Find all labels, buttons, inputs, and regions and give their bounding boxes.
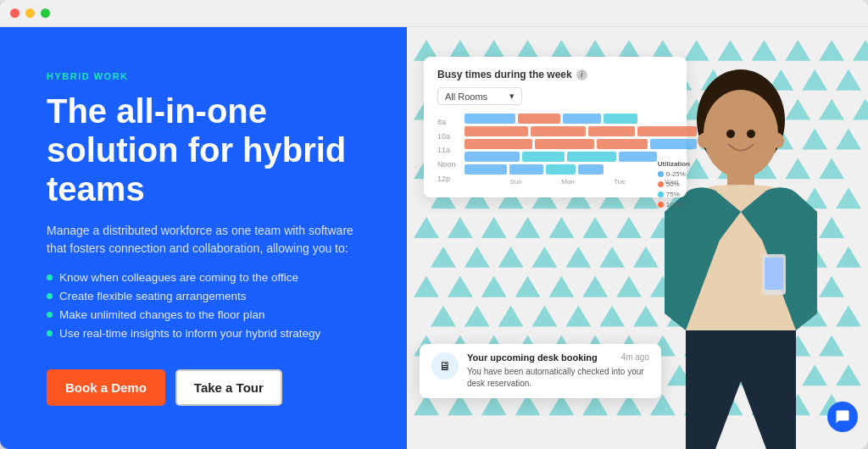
browser-bar — [0, 0, 868, 27]
take-tour-button[interactable]: Take a Tour — [175, 369, 282, 406]
desk-icon: 🖥 — [439, 359, 451, 373]
chart-labels: 8a 10a 11a Noon 12p — [437, 114, 461, 186]
right-panel: Busy times during the week i All Rooms ▾… — [407, 27, 868, 449]
notification-header: Your upcoming desk booking 4m ago — [467, 352, 649, 363]
book-demo-button[interactable]: Book a Demo — [47, 369, 165, 406]
list-item: Create flexible seating arrangements — [47, 290, 373, 302]
page-content: HYBRID WORK The all-in-one solution for … — [0, 27, 868, 449]
svg-point-179 — [698, 133, 709, 148]
expand-dot[interactable] — [41, 8, 50, 18]
minimize-dot[interactable] — [25, 8, 35, 18]
svg-point-173 — [704, 90, 778, 178]
notification-card: 🖥 Your upcoming desk booking 4m ago You … — [420, 344, 661, 398]
bullet-icon — [47, 274, 53, 280]
info-icon: i — [576, 69, 587, 80]
svg-point-178 — [747, 130, 755, 138]
cta-buttons: Book a Demo Take a Tour — [47, 369, 373, 406]
chevron-down-icon: ▾ — [509, 91, 515, 102]
svg-point-177 — [726, 130, 735, 138]
svg-rect-176 — [765, 258, 783, 290]
bullet-icon — [47, 312, 53, 318]
close-dot[interactable] — [10, 8, 19, 18]
notification-time: 4m ago — [621, 352, 649, 362]
list-item: Use real-time insights to inform your hy… — [47, 327, 373, 340]
chart-legend: Utilization 0-25% 50% 75% — [658, 160, 690, 211]
list-item: Know when colleagues are coming to the o… — [47, 271, 373, 284]
browser-window: HYBRID WORK The all-in-one solution for … — [0, 0, 868, 449]
notification-message: You have been automatically checked into… — [467, 366, 649, 390]
analytics-card: Busy times during the week i All Rooms ▾… — [424, 57, 687, 197]
svg-point-180 — [772, 133, 784, 148]
notification-title: Your upcoming desk booking — [467, 352, 598, 363]
chat-icon — [835, 409, 850, 424]
notification-icon: 🖥 — [431, 352, 459, 380]
chart-area: 8a 10a 11a Noon 12p — [437, 114, 673, 186]
list-item: Make unlimited changes to the floor plan — [47, 308, 373, 321]
main-heading: The all-in-one solution for hybrid teams — [47, 91, 373, 208]
left-panel: HYBRID WORK The all-in-one solution for … — [0, 27, 407, 449]
all-rooms-dropdown[interactable]: All Rooms ▾ — [437, 87, 522, 105]
description: Manage a distributed workforce as one te… — [47, 222, 369, 258]
card-title: Busy times during the week i — [437, 69, 673, 80]
bullet-icon — [47, 330, 53, 336]
bullet-icon — [47, 293, 53, 299]
bullet-list: Know when colleagues are coming to the o… — [47, 271, 373, 346]
tag-label: HYBRID WORK — [47, 71, 373, 81]
notification-content: Your upcoming desk booking 4m ago You ha… — [467, 352, 649, 390]
chat-bubble-button[interactable] — [827, 402, 858, 432]
